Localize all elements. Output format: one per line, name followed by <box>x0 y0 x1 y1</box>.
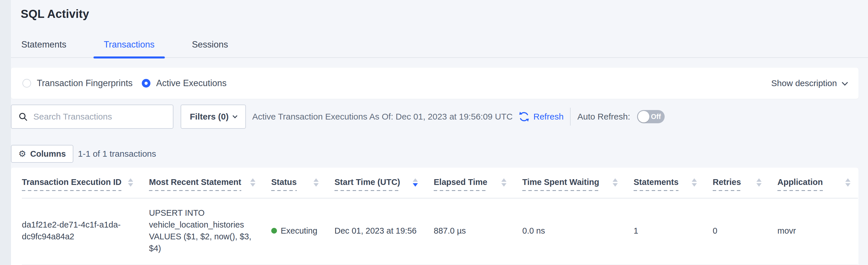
sort-arrows-icon <box>756 178 762 187</box>
cell-statements: 1 <box>633 225 713 237</box>
sort-arrows-icon <box>128 178 133 187</box>
table-row[interactable]: da1f21e2-de71-4c1f-a1da-dc9fc94a84a2 UPS… <box>22 198 858 265</box>
tab-statements[interactable]: Statements <box>11 36 77 57</box>
sql-activity-page: SQL Activity Statements Transactions Ses… <box>11 7 868 265</box>
results-count: 1-1 of 1 transactions <box>78 149 156 159</box>
view-selector-card: Transaction Fingerprints Active Executio… <box>11 68 859 99</box>
gear-icon: ⚙ <box>19 150 26 158</box>
transactions-toolbar: Filters (0) Active Transaction Execution… <box>11 105 868 129</box>
toggle-knob <box>638 111 649 123</box>
sort-arrows-icon <box>613 178 618 187</box>
radio-label: Transaction Fingerprints <box>37 78 132 88</box>
filters-button[interactable]: Filters (0) <box>181 105 246 129</box>
sql-activity-tabs: Statements Transactions Sessions <box>11 36 868 58</box>
chevron-down-icon <box>842 80 848 85</box>
sort-arrows-icon-active-desc <box>413 178 418 187</box>
status-executing-dot-icon <box>271 228 277 234</box>
cell-elapsed-time: 887.0 µs <box>434 225 522 237</box>
page-left-margin <box>0 0 11 265</box>
refresh-icon <box>518 111 530 123</box>
cell-application: movr <box>777 225 857 237</box>
auto-refresh-label: Auto Refresh: <box>578 112 630 122</box>
tab-sessions[interactable]: Sessions <box>182 36 239 57</box>
column-header-statements[interactable]: Statements <box>633 178 713 198</box>
sort-arrows-icon <box>250 178 255 187</box>
cell-status: Executing <box>271 225 335 237</box>
column-header-most-recent-statement[interactable]: Most Recent Statement <box>149 178 271 198</box>
refresh-label: Refresh <box>533 112 564 122</box>
cell-most-recent-statement: UPSERT INTO vehicle_location_histories V… <box>149 207 268 254</box>
sort-arrows-icon <box>692 178 697 187</box>
search-box <box>11 105 174 129</box>
search-icon <box>18 111 28 122</box>
refresh-button[interactable]: Refresh <box>518 111 564 123</box>
radio-unselected-icon <box>23 79 31 87</box>
column-header-transaction-execution-id[interactable]: Transaction Execution ID <box>22 178 149 198</box>
show-description-toggle[interactable]: Show description <box>771 78 847 88</box>
as-of-timestamp: Active Transaction Executions As Of: Dec… <box>252 112 513 122</box>
transactions-table-card: Transaction Execution ID Most Recent Sta… <box>11 168 859 265</box>
column-header-status[interactable]: Status <box>271 178 335 198</box>
column-header-elapsed-time[interactable]: Elapsed Time <box>434 178 522 198</box>
table-controls-row: ⚙ Columns 1-1 of 1 transactions <box>11 145 868 163</box>
sort-arrows-icon <box>501 178 506 187</box>
columns-button[interactable]: ⚙ Columns <box>11 145 73 163</box>
radio-label: Active Executions <box>156 78 227 88</box>
column-header-retries[interactable]: Retries <box>713 178 777 198</box>
tab-transactions[interactable]: Transactions <box>93 36 165 57</box>
cell-start-time: Dec 01, 2023 at 19:56 <box>335 225 434 237</box>
cell-time-spent-waiting: 0.0 ns <box>522 225 633 237</box>
radio-transaction-fingerprints[interactable]: Transaction Fingerprints <box>23 78 132 88</box>
chevron-down-icon <box>233 113 238 118</box>
column-header-time-spent-waiting[interactable]: Time Spent Waiting <box>522 178 633 198</box>
page-title: SQL Activity <box>21 7 868 21</box>
column-header-application[interactable]: Application <box>777 178 857 198</box>
cell-retries: 0 <box>713 225 777 237</box>
show-description-label: Show description <box>771 78 837 88</box>
toolbar-divider <box>570 108 570 126</box>
column-header-start-time[interactable]: Start Time (UTC) <box>335 178 434 198</box>
search-input[interactable] <box>33 112 166 122</box>
filters-label: Filters (0) <box>190 112 229 122</box>
toggle-state-label: Off <box>651 110 661 123</box>
cell-transaction-execution-id[interactable]: da1f21e2-de71-4c1f-a1da-dc9fc94a84a2 <box>22 219 137 242</box>
radio-active-executions[interactable]: Active Executions <box>142 78 227 88</box>
columns-button-label: Columns <box>30 149 66 159</box>
auto-refresh-toggle[interactable]: Off <box>637 110 665 123</box>
radio-selected-icon <box>142 79 150 87</box>
sort-arrows-icon <box>313 178 319 187</box>
status-label: Executing <box>281 225 317 237</box>
sort-arrows-icon <box>845 178 850 187</box>
table-header-row: Transaction Execution ID Most Recent Sta… <box>22 168 858 198</box>
